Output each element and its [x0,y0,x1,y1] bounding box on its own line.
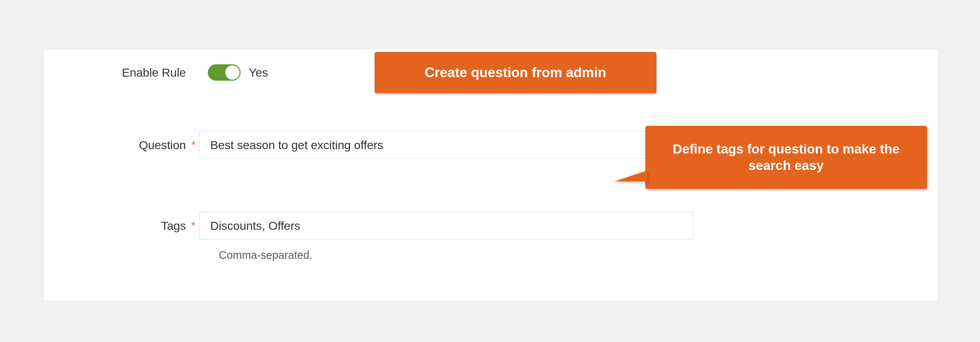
callout-create-question-text: Create question from admin [425,65,606,80]
enable-rule-label: Enable Rule [44,66,189,79]
callout-define-tags: Define tags for question to make the sea… [645,126,927,189]
row-tags: Tags * [44,212,938,240]
question-label: Question [44,139,189,152]
question-input[interactable] [200,131,693,159]
enable-rule-value: Yes [249,66,268,79]
required-asterisk-icon: * [189,220,200,232]
callout-create-question: Create question from admin [375,52,656,93]
required-asterisk-icon: * [189,139,200,151]
tags-input[interactable] [200,212,693,240]
tags-helper-text: Comma-separated. [219,249,312,261]
callout-define-tags-text: Define tags for question to make the sea… [657,141,915,174]
tags-label: Tags [44,219,189,233]
row-tags-helper: Comma-separated. [44,249,938,261]
enable-rule-toggle[interactable] [208,64,240,81]
toggle-knob-icon [225,66,240,80]
